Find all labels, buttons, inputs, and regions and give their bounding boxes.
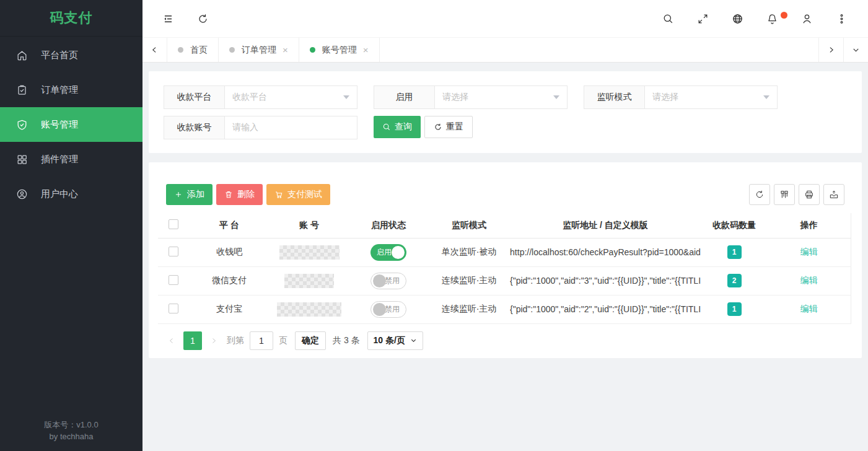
version-line: 版本号：v1.0.0 — [0, 419, 142, 431]
row-checkbox[interactable] — [169, 275, 178, 285]
pay-test-button[interactable]: 支付测试 — [266, 184, 330, 205]
account-masked — [279, 245, 340, 260]
cell-listen-addr: http://localhost:60/checkPayResult?pid=1… — [510, 238, 701, 266]
select-all-checkbox[interactable] — [169, 219, 178, 229]
page-number-button[interactable]: 1 — [183, 331, 202, 350]
cell-listen-addr: {"pid":"1000","aid":"2","uid":"{{UID}}",… — [510, 295, 701, 323]
col-listen-addr: 监听地址 / 自定义模版 — [510, 213, 701, 238]
delete-button-label: 删除 — [237, 189, 255, 200]
order-icon — [16, 84, 28, 96]
sidebar-item-platform-home[interactable]: 平台首页 — [0, 38, 142, 72]
search-button-label: 查询 — [395, 121, 412, 133]
pagination: 1 到第 页 确定 共 3 条 10 条/页 — [166, 331, 853, 351]
table-row: 收钱吧 启用 单次监听·被动 http://localhost:60/check… — [158, 238, 851, 266]
edit-link[interactable]: 编辑 — [800, 304, 818, 313]
content: 收款平台 收款平台 启用 请选择 监听模式 — [142, 63, 868, 451]
row-checkbox[interactable] — [169, 304, 178, 313]
tab-order-management[interactable]: 订单管理 × — [219, 38, 299, 62]
columns-filter-icon[interactable] — [774, 184, 795, 205]
sidebar-item-label: 插件管理 — [41, 154, 78, 165]
refresh-icon[interactable] — [196, 12, 209, 25]
filter-row-2: 收款账号 请输入 查询 重置 — [164, 116, 847, 139]
enable-toggle[interactable]: 启用 — [370, 244, 406, 261]
reset-button-label: 重置 — [446, 121, 463, 133]
add-button[interactable]: 添加 — [166, 184, 213, 205]
listen-mode-select[interactable]: 请选择 — [644, 85, 778, 109]
enable-select[interactable]: 请选择 — [434, 85, 568, 109]
search-icon[interactable] — [662, 12, 674, 25]
tab-dot — [310, 47, 315, 53]
plugin-grid-icon — [16, 154, 28, 165]
search-button[interactable]: 查询 — [374, 116, 421, 138]
sidebar-item-label: 订单管理 — [41, 84, 78, 96]
toggle-label: 启用 — [377, 247, 392, 258]
platform-select[interactable]: 收款平台 — [224, 85, 357, 109]
col-account: 账 号 — [270, 213, 349, 238]
edit-link[interactable]: 编辑 — [800, 247, 818, 256]
topbar-left — [162, 12, 209, 25]
platform-select-placeholder: 收款平台 — [232, 92, 267, 103]
user-icon[interactable] — [800, 12, 813, 25]
user-circle-icon — [16, 188, 28, 200]
toggle-knob — [392, 246, 405, 259]
sidebar-item-plugin-management[interactable]: 插件管理 — [0, 142, 142, 177]
enable-toggle[interactable]: 禁用 — [370, 273, 406, 289]
row-checkbox[interactable] — [169, 247, 178, 256]
listen-mode-label: 监听模式 — [584, 85, 644, 109]
filter-field-listen-mode: 监听模式 请选择 — [584, 85, 778, 109]
sidebar-item-user-center[interactable]: 用户中心 — [0, 177, 142, 211]
tabs-menu-chevron-down-icon[interactable] — [843, 38, 868, 62]
toggle-knob — [373, 274, 386, 287]
account-input[interactable]: 请输入 — [224, 116, 357, 139]
confirm-button[interactable]: 确定 — [295, 331, 326, 350]
app-window: 码支付 平台首页 订单管理 账号管理 — [0, 0, 868, 451]
page-size-select[interactable]: 10 条/页 — [367, 331, 423, 350]
next-page-icon[interactable] — [208, 337, 219, 344]
tabbar-spacer — [380, 38, 818, 62]
tab-close-icon[interactable]: × — [283, 45, 288, 55]
tab-label: 首页 — [190, 45, 208, 56]
globe-icon[interactable] — [731, 12, 743, 25]
delete-button[interactable]: 删除 — [216, 184, 263, 205]
collapse-menu-icon[interactable] — [162, 12, 174, 25]
edit-link[interactable]: 编辑 — [800, 275, 818, 285]
filter-row-1: 收款平台 收款平台 启用 请选择 监听模式 — [164, 85, 847, 109]
printer-icon[interactable] — [799, 184, 820, 205]
goto-label: 到第 — [227, 335, 244, 346]
account-input-placeholder: 请输入 — [232, 122, 258, 133]
topbar — [142, 0, 868, 37]
topbar-right — [662, 12, 848, 25]
tab-close-icon[interactable]: × — [363, 45, 369, 55]
fullscreen-icon[interactable] — [696, 12, 709, 25]
plus-icon — [174, 190, 183, 199]
pay-test-button-label: 支付测试 — [287, 189, 322, 200]
cell-listen-mode: 单次监听·被动 — [428, 238, 510, 266]
tab-account-management[interactable]: 账号管理 × — [299, 38, 380, 62]
sidebar: 码支付 平台首页 订单管理 账号管理 — [0, 0, 142, 451]
table-panel: 添加 删除 支付测试 — [149, 162, 862, 358]
goto-page-input[interactable] — [250, 331, 273, 350]
reset-button[interactable]: 重置 — [424, 116, 473, 138]
sidebar-item-label: 平台首页 — [41, 50, 78, 61]
enable-toggle[interactable]: 禁用 — [370, 301, 406, 318]
bell-icon[interactable] — [766, 12, 778, 25]
table-refresh-icon[interactable] — [749, 184, 770, 205]
sidebar-item-label: 账号管理 — [41, 119, 78, 131]
sidebar-item-account-management[interactable]: 账号管理 — [0, 107, 142, 142]
tabs-scroll-right-icon[interactable] — [818, 38, 843, 62]
more-vertical-icon[interactable] — [835, 12, 848, 25]
toggle-knob — [373, 303, 386, 316]
sidebar-item-order-management[interactable]: 订单管理 — [0, 72, 142, 107]
app-logo: 码支付 — [0, 0, 142, 37]
notification-dot — [781, 12, 787, 19]
home-icon — [16, 50, 28, 61]
tabs-scroll-left-icon[interactable] — [142, 38, 167, 62]
qr-count-badge: 1 — [727, 302, 742, 316]
main-area: 首页 订单管理 × 账号管理 × — [142, 0, 868, 451]
table-tool-icons — [749, 184, 844, 205]
toggle-label: 禁用 — [385, 304, 400, 315]
prev-page-icon[interactable] — [166, 337, 177, 344]
cell-platform: 支付宝 — [189, 295, 270, 323]
tab-home[interactable]: 首页 — [167, 38, 219, 62]
export-icon[interactable] — [823, 184, 844, 205]
